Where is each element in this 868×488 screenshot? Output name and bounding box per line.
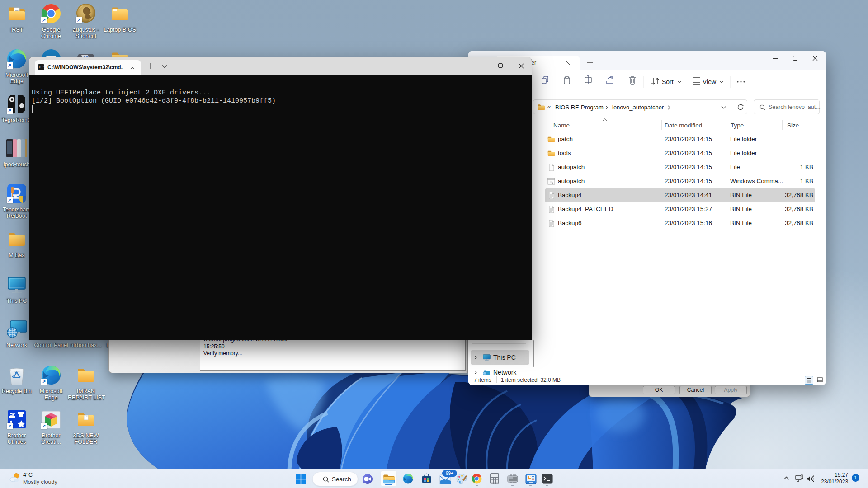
svg-text:Sort: Sort [662,78,674,85]
svg-text:View: View [703,78,717,85]
